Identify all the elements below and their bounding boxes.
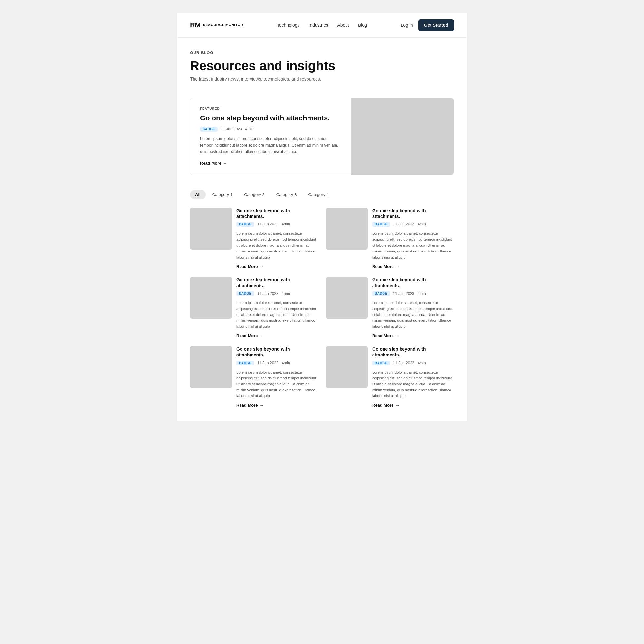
card-date-2: 11 Jan 2023 bbox=[257, 291, 279, 296]
card-content-2: Go one step beyond with attachments. BAD… bbox=[236, 277, 318, 338]
card-title-2: Go one step beyond with attachments. bbox=[236, 277, 318, 289]
featured-card: FEATURED Go one step beyond with attachm… bbox=[190, 98, 454, 175]
nav-technology[interactable]: Technology bbox=[277, 23, 300, 28]
card-meta-1: BADGE 11 Jan 2023 4min bbox=[372, 222, 454, 227]
card-time-3: 4min bbox=[418, 291, 426, 296]
card-content-4: Go one step beyond with attachments. BAD… bbox=[236, 346, 318, 408]
card-date-4: 11 Jan 2023 bbox=[257, 361, 279, 365]
card-excerpt-0: Lorem ipsum dolor sit amet, consectetur … bbox=[236, 231, 318, 260]
card-content-0: Go one step beyond with attachments. BAD… bbox=[236, 208, 318, 269]
get-started-button[interactable]: Get Started bbox=[418, 19, 454, 31]
card-read-more-5[interactable]: Read More → bbox=[372, 403, 399, 408]
card-time-1: 4min bbox=[418, 222, 426, 226]
nav-cta: Log in Get Started bbox=[401, 19, 454, 31]
card-read-more-3[interactable]: Read More → bbox=[372, 333, 399, 338]
filter-category3[interactable]: Category 3 bbox=[271, 190, 302, 199]
card-image-0 bbox=[190, 208, 232, 250]
logo[interactable]: RM RESOURCE MONITOR bbox=[190, 21, 243, 29]
card-time-2: 4min bbox=[282, 291, 290, 296]
card-badge-4: BADGE bbox=[236, 361, 254, 365]
card-time-5: 4min bbox=[418, 361, 426, 365]
filter-all[interactable]: All bbox=[190, 190, 206, 199]
featured-image bbox=[351, 98, 454, 175]
card-title-5: Go one step beyond with attachments. bbox=[372, 346, 454, 358]
card-date-1: 11 Jan 2023 bbox=[393, 222, 414, 226]
featured-badge: BADGE bbox=[200, 127, 218, 132]
featured-title: Go one step beyond with attachments. bbox=[200, 114, 341, 123]
card-content-3: Go one step beyond with attachments. BAD… bbox=[372, 277, 454, 338]
card-date-3: 11 Jan 2023 bbox=[393, 291, 414, 296]
featured-label: FEATURED bbox=[200, 107, 341, 110]
our-blog-label: OUR BLOG bbox=[190, 51, 454, 55]
nav-blog[interactable]: Blog bbox=[358, 23, 367, 28]
login-button[interactable]: Log in bbox=[401, 23, 413, 28]
arrow-icon-2: → bbox=[259, 333, 263, 338]
logo-text: RESOURCE MONITOR bbox=[203, 23, 243, 27]
card-excerpt-1: Lorem ipsum dolor sit amet, consectetur … bbox=[372, 231, 454, 260]
card-badge-5: BADGE bbox=[372, 361, 390, 365]
featured-excerpt: Lorem ipsum dolor sit amet, consectetur … bbox=[200, 136, 341, 155]
featured-meta: BADGE 11 Jan 2023 4min bbox=[200, 127, 341, 132]
featured-read-more-button[interactable]: Read More → bbox=[200, 161, 227, 166]
card-time-0: 4min bbox=[282, 222, 290, 226]
arrow-icon: → bbox=[223, 161, 227, 166]
card-title-0: Go one step beyond with attachments. bbox=[236, 208, 318, 219]
blog-card-5: Go one step beyond with attachments. BAD… bbox=[326, 346, 454, 408]
card-title-4: Go one step beyond with attachments. bbox=[236, 346, 318, 358]
card-excerpt-4: Lorem ipsum dolor sit amet, consectetur … bbox=[236, 369, 318, 399]
card-meta-0: BADGE 11 Jan 2023 4min bbox=[236, 222, 318, 227]
card-content-1: Go one step beyond with attachments. BAD… bbox=[372, 208, 454, 269]
nav-links: Technology Industries About Blog bbox=[277, 23, 367, 28]
filter-category2[interactable]: Category 2 bbox=[239, 190, 270, 199]
card-badge-3: BADGE bbox=[372, 291, 390, 296]
card-excerpt-2: Lorem ipsum dolor sit amet, consectetur … bbox=[236, 300, 318, 329]
filter-tabs: All Category 1 Category 2 Category 3 Cat… bbox=[177, 185, 467, 204]
filter-category4[interactable]: Category 4 bbox=[303, 190, 334, 199]
arrow-icon-4: → bbox=[259, 403, 263, 408]
blog-card-1: Go one step beyond with attachments. BAD… bbox=[326, 208, 454, 269]
card-badge-2: BADGE bbox=[236, 291, 254, 296]
card-image-5 bbox=[326, 346, 368, 388]
featured-content: FEATURED Go one step beyond with attachm… bbox=[190, 98, 351, 175]
nav-about[interactable]: About bbox=[337, 23, 349, 28]
card-time-4: 4min bbox=[282, 361, 290, 365]
card-title-1: Go one step beyond with attachments. bbox=[372, 208, 454, 219]
card-image-3 bbox=[326, 277, 368, 319]
card-badge-0: BADGE bbox=[236, 222, 254, 227]
card-read-more-0[interactable]: Read More → bbox=[236, 264, 263, 269]
navbar: RM RESOURCE MONITOR Technology Industrie… bbox=[177, 13, 467, 38]
arrow-icon-5: → bbox=[395, 403, 399, 408]
blog-card-0: Go one step beyond with attachments. BAD… bbox=[190, 208, 318, 269]
blog-grid: Go one step beyond with attachments. BAD… bbox=[177, 208, 467, 421]
hero-subtitle: The latest industry news, interviews, te… bbox=[190, 76, 454, 81]
card-excerpt-5: Lorem ipsum dolor sit amet, consectetur … bbox=[372, 369, 454, 399]
card-meta-4: BADGE 11 Jan 2023 4min bbox=[236, 361, 318, 365]
arrow-icon-0: → bbox=[259, 264, 263, 269]
page-title: Resources and insights bbox=[190, 58, 454, 73]
card-read-more-1[interactable]: Read More → bbox=[372, 264, 399, 269]
card-meta-3: BADGE 11 Jan 2023 4min bbox=[372, 291, 454, 296]
logo-icon: RM bbox=[190, 21, 200, 29]
arrow-icon-3: → bbox=[395, 333, 399, 338]
card-image-4 bbox=[190, 346, 232, 388]
card-date-5: 11 Jan 2023 bbox=[393, 361, 414, 365]
hero-section: OUR BLOG Resources and insights The late… bbox=[177, 38, 467, 98]
card-badge-1: BADGE bbox=[372, 222, 390, 227]
featured-date: 11 Jan 2023 bbox=[221, 127, 242, 131]
card-date-0: 11 Jan 2023 bbox=[257, 222, 279, 226]
card-image-1 bbox=[326, 208, 368, 250]
card-image-2 bbox=[190, 277, 232, 319]
arrow-icon-1: → bbox=[395, 264, 399, 269]
card-read-more-4[interactable]: Read More → bbox=[236, 403, 263, 408]
blog-card-3: Go one step beyond with attachments. BAD… bbox=[326, 277, 454, 338]
filter-category1[interactable]: Category 1 bbox=[207, 190, 238, 199]
nav-industries[interactable]: Industries bbox=[309, 23, 328, 28]
featured-read-time: 4min bbox=[245, 127, 254, 131]
card-title-3: Go one step beyond with attachments. bbox=[372, 277, 454, 289]
card-meta-2: BADGE 11 Jan 2023 4min bbox=[236, 291, 318, 296]
card-content-5: Go one step beyond with attachments. BAD… bbox=[372, 346, 454, 408]
card-read-more-2[interactable]: Read More → bbox=[236, 333, 263, 338]
card-meta-5: BADGE 11 Jan 2023 4min bbox=[372, 361, 454, 365]
card-excerpt-3: Lorem ipsum dolor sit amet, consectetur … bbox=[372, 300, 454, 329]
blog-card-4: Go one step beyond with attachments. BAD… bbox=[190, 346, 318, 408]
